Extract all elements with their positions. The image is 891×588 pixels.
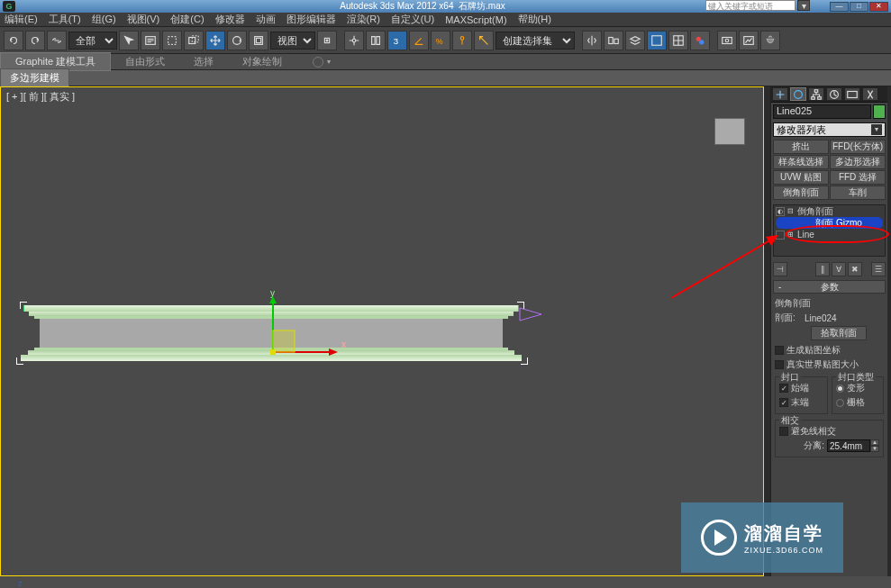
render-production-icon[interactable] (760, 31, 780, 50)
help-search-input[interactable]: 键入关键字或短语 (705, 0, 796, 11)
create-panel-tab-icon[interactable] (772, 87, 788, 101)
configure-sets-icon[interactable]: ☰ (871, 262, 886, 276)
mod-btn-ffd-select[interactable]: FFD 选择 (830, 170, 886, 185)
show-end-result-icon[interactable]: ∥ (815, 262, 830, 276)
named-selection-select[interactable]: 创建选择集 (496, 32, 575, 50)
cap-grid-radio[interactable] (836, 399, 844, 407)
object-name-input[interactable]: Line025 (773, 104, 871, 119)
link-icon[interactable] (47, 31, 67, 50)
mod-btn-extrude[interactable]: 挤出 (773, 140, 829, 154)
separation-input[interactable] (827, 439, 870, 452)
stack-item-line[interactable]: ⊞ Line (774, 229, 885, 240)
stack-expand-icon[interactable]: ⊞ (787, 231, 795, 239)
cap-morph-radio[interactable] (836, 384, 844, 393)
ribbon-tab-freeform[interactable]: 自由形式 (111, 53, 179, 70)
ribbon-help-icon[interactable] (313, 57, 323, 68)
stack-item-gizmo[interactable]: 剖面 Gizmo (776, 217, 883, 229)
object-color-swatch[interactable] (873, 104, 886, 119)
ref-coord-select[interactable]: 视图 (270, 32, 315, 50)
gen-mapping-checkbox[interactable] (775, 346, 784, 355)
keyboard-shortcut-icon[interactable] (366, 31, 386, 50)
ribbon-tab-selection[interactable]: 选择 (179, 53, 228, 70)
snap-toggle-icon[interactable]: 3 (387, 31, 407, 50)
ribbon-expand-icon[interactable]: ▾ (327, 58, 331, 66)
material-editor-icon[interactable] (690, 31, 710, 50)
pin-stack-icon[interactable]: ⊣ (773, 262, 787, 276)
viewcube[interactable] (714, 118, 745, 145)
menu-views[interactable]: 视图(V) (127, 13, 160, 26)
rendered-frame-icon[interactable] (739, 31, 759, 50)
angle-snap-icon[interactable] (409, 31, 429, 50)
modifier-stack[interactable]: ◐ ⊟ 倒角剖面 剖面 Gizmo ⊞ Line (773, 204, 886, 257)
select-region-rect-icon[interactable] (162, 31, 182, 50)
select-by-name-icon[interactable] (141, 31, 160, 50)
select-manipulate-icon[interactable] (344, 31, 364, 50)
percent-snap-icon[interactable]: % (431, 31, 450, 50)
rollout-params-header[interactable]: - 参数 (773, 280, 886, 294)
mod-btn-lathe[interactable]: 车削 (830, 185, 886, 200)
curve-editor-icon[interactable] (647, 31, 667, 50)
select-rotate-icon[interactable] (227, 31, 247, 50)
schematic-view-icon[interactable] (668, 31, 688, 50)
mirror-icon[interactable] (582, 31, 602, 50)
menu-group[interactable]: 组(G) (92, 13, 116, 26)
menu-tools[interactable]: 工具(T) (49, 13, 81, 26)
mod-btn-ffd-box[interactable]: FFD(长方体) (830, 140, 886, 154)
menu-grapheditors[interactable]: 图形编辑器 (286, 13, 336, 26)
mod-btn-bevel-profile[interactable]: 倒角剖面 (773, 185, 829, 200)
align-icon[interactable] (604, 31, 623, 50)
command-panel-scrollbar[interactable] (887, 86, 891, 576)
app-icon[interactable]: G (3, 1, 15, 12)
menu-rendering[interactable]: 渲染(R) (347, 13, 380, 26)
menu-modifiers[interactable]: 修改器 (215, 13, 245, 26)
menu-edit[interactable]: 编辑(E) (5, 13, 38, 26)
selection-filter-select[interactable]: 全部 (68, 32, 117, 50)
select-move-icon[interactable] (205, 31, 225, 50)
make-unique-icon[interactable]: ∀ (832, 262, 846, 276)
pick-profile-button[interactable]: 拾取剖面 (811, 326, 867, 340)
minimize-button[interactable]: — (830, 2, 849, 12)
subribbon-polymodeling[interactable]: 多边形建模 (0, 68, 69, 87)
mod-btn-uvw-map[interactable]: UVW 贴图 (773, 170, 829, 185)
modifier-list-dropdown[interactable]: 修改器列表▾ (773, 122, 886, 137)
real-world-checkbox[interactable] (775, 360, 784, 369)
undo-icon[interactable] (4, 31, 23, 50)
close-button[interactable]: ✕ (869, 2, 888, 12)
avoid-intersect-checkbox[interactable] (779, 427, 788, 436)
mod-btn-spline-select[interactable]: 样条线选择 (773, 155, 829, 169)
edit-named-sel-icon[interactable] (474, 31, 494, 50)
mod-btn-poly-select[interactable]: 多边形选择 (830, 155, 886, 169)
viewport-label[interactable]: [ + ][ 前 ][ 真实 ] (6, 90, 75, 104)
modify-panel-tab-icon[interactable] (790, 87, 806, 101)
menu-animation[interactable]: 动画 (256, 13, 276, 26)
spinner-snap-icon[interactable] (452, 31, 472, 50)
select-scale-icon[interactable] (249, 31, 268, 50)
menu-create[interactable]: 创建(C) (170, 13, 204, 26)
utilities-panel-tab-icon[interactable] (862, 87, 878, 101)
search-dropdown-icon[interactable]: ▾ (797, 0, 810, 11)
viewport-front[interactable]: [ + ][ 前 ][ 真实 ] y (0, 86, 764, 576)
display-panel-tab-icon[interactable] (844, 87, 860, 101)
render-setup-icon[interactable] (717, 31, 737, 50)
stack-expand-icon[interactable]: ⊟ (787, 207, 795, 215)
menu-customize[interactable]: 自定义(U) (391, 13, 434, 26)
spinner-up-icon[interactable]: ▲ (870, 439, 879, 446)
spinner-down-icon[interactable]: ▼ (870, 446, 879, 452)
menu-help[interactable]: 帮助(H) (518, 13, 551, 26)
stack-visibility-icon[interactable]: ◐ (776, 207, 785, 216)
separation-spinner[interactable]: ▲▼ (827, 439, 879, 452)
stack-visibility-icon[interactable] (776, 231, 785, 240)
ribbon-tab-objectpaint[interactable]: 对象绘制 (228, 53, 296, 70)
remove-modifier-icon[interactable]: ✖ (848, 262, 862, 276)
cap-start-checkbox[interactable]: ✓ (779, 384, 788, 393)
motion-panel-tab-icon[interactable] (826, 87, 842, 101)
cap-end-checkbox[interactable]: ✓ (779, 398, 788, 407)
use-pivot-center-icon[interactable] (317, 31, 337, 50)
hierarchy-panel-tab-icon[interactable] (808, 87, 824, 101)
window-crossing-icon[interactable] (184, 31, 204, 50)
redo-icon[interactable] (25, 31, 45, 50)
menu-maxscript[interactable]: MAXScript(M) (445, 14, 506, 25)
stack-item-bevel[interactable]: ◐ ⊟ 倒角剖面 (774, 205, 885, 217)
layer-manager-icon[interactable] (625, 31, 645, 50)
maximize-button[interactable]: □ (850, 2, 868, 12)
